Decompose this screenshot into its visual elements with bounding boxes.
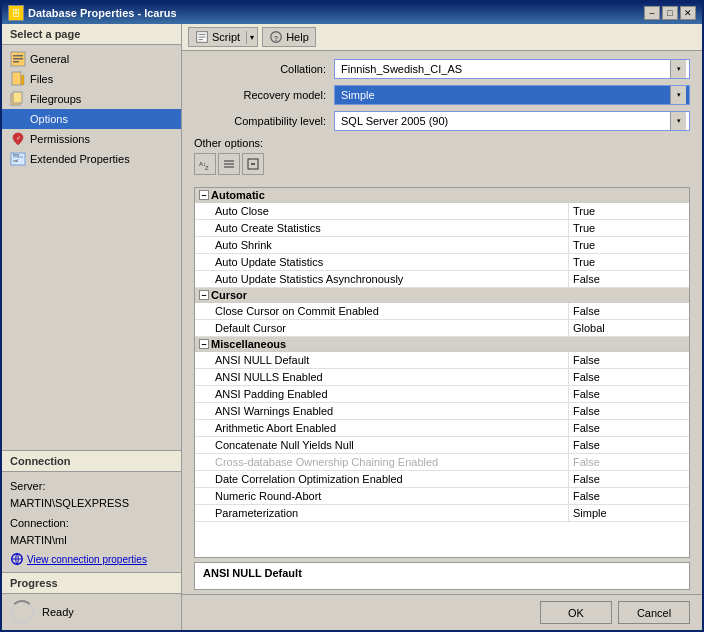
property-row[interactable]: ANSI Padding Enabled False bbox=[195, 386, 689, 403]
property-row[interactable]: Parameterization Simple bbox=[195, 505, 689, 522]
property-row[interactable]: Close Cursor on Commit Enabled False bbox=[195, 303, 689, 320]
bottom-bar: OK Cancel bbox=[182, 594, 702, 630]
collapse-group-btn[interactable]: – bbox=[199, 290, 209, 300]
sidebar-item-filegroups[interactable]: Filegroups bbox=[2, 89, 181, 109]
collation-value: Finnish_Swedish_CI_AS bbox=[338, 63, 670, 75]
connection-text: Server: MARTIN\SQLEXPRESS Connection: MA… bbox=[10, 478, 173, 548]
ok-button[interactable]: OK bbox=[540, 601, 612, 624]
svg-rect-4 bbox=[12, 72, 21, 85]
sort-alpha-btn[interactable]: A↕ Z bbox=[194, 153, 216, 175]
script-dropdown[interactable]: Script ▾ bbox=[188, 27, 258, 47]
collapse-group-btn[interactable]: – bbox=[199, 190, 209, 200]
script-label: Script bbox=[212, 31, 240, 43]
property-row[interactable]: Date Correlation Optimization Enabled Fa… bbox=[195, 471, 689, 488]
property-name: ANSI NULL Default bbox=[195, 352, 569, 368]
property-name: ANSI NULLS Enabled bbox=[195, 369, 569, 385]
connection-value: MARTIN\ml bbox=[10, 534, 67, 546]
connection-label: Connection: bbox=[10, 517, 69, 529]
sidebar-item-general[interactable]: General bbox=[2, 49, 181, 69]
property-row[interactable]: Auto Update Statistics Asynchronously Fa… bbox=[195, 271, 689, 288]
property-name: Date Correlation Optimization Enabled bbox=[195, 471, 569, 487]
property-name: Close Cursor on Commit Enabled bbox=[195, 303, 569, 319]
collation-row: Collation: Finnish_Swedish_CI_AS ▾ bbox=[194, 59, 690, 79]
property-row[interactable]: ANSI Warnings Enabled False bbox=[195, 403, 689, 420]
script-dropdown-main: Script bbox=[189, 28, 246, 46]
property-name: Auto Update Statistics bbox=[195, 254, 569, 270]
sidebar-item-files[interactable]: Files bbox=[2, 69, 181, 89]
recovery-select[interactable]: Simple ▾ bbox=[334, 85, 690, 105]
sidebar-item-options-label: Options bbox=[30, 113, 68, 125]
property-name: Auto Update Statistics Asynchronously bbox=[195, 271, 569, 287]
script-icon bbox=[195, 30, 209, 44]
property-name: Default Cursor bbox=[195, 320, 569, 336]
properties-table-container[interactable]: – Automatic Auto Close True Auto Create … bbox=[194, 187, 690, 558]
files-icon bbox=[10, 71, 26, 87]
progress-status: Ready bbox=[42, 606, 74, 618]
compat-select[interactable]: SQL Server 2005 (90) ▾ bbox=[334, 111, 690, 131]
nav-items: General Files Filegroups bbox=[2, 45, 181, 450]
sort-custom-btn[interactable] bbox=[218, 153, 240, 175]
property-group-header: – Automatic bbox=[195, 188, 689, 203]
progress-header: Progress bbox=[2, 573, 181, 594]
window-icon: 🗄 bbox=[8, 5, 24, 21]
right-panel: Script ▾ ? Help Collation: Finn bbox=[182, 24, 702, 630]
sidebar-item-extended-properties[interactable]: key val Extended Properties bbox=[2, 149, 181, 169]
minimize-button[interactable]: – bbox=[644, 6, 660, 20]
server-value: MARTIN\SQLEXPRESS bbox=[10, 497, 129, 509]
toolbar: Script ▾ ? Help bbox=[182, 24, 702, 51]
property-row[interactable]: Auto Update Statistics True bbox=[195, 254, 689, 271]
property-row[interactable]: Auto Shrink True bbox=[195, 237, 689, 254]
form-area: Collation: Finnish_Swedish_CI_AS ▾ Recov… bbox=[182, 51, 702, 187]
property-value: True bbox=[569, 220, 689, 236]
svg-rect-8 bbox=[13, 92, 22, 103]
collapse-all-btn[interactable] bbox=[242, 153, 264, 175]
property-name: Auto Close bbox=[195, 203, 569, 219]
property-row[interactable]: Concatenate Null Yields Null False bbox=[195, 437, 689, 454]
property-row[interactable]: ANSI NULLS Enabled False bbox=[195, 369, 689, 386]
property-group-header: – Cursor bbox=[195, 288, 689, 303]
view-connection-link[interactable]: View connection properties bbox=[10, 552, 173, 566]
compat-arrow[interactable]: ▾ bbox=[670, 112, 686, 130]
sidebar-item-permissions[interactable]: ✓ Permissions bbox=[2, 129, 181, 149]
property-value: False bbox=[569, 437, 689, 453]
property-row[interactable]: Auto Close True bbox=[195, 203, 689, 220]
property-value: False bbox=[569, 271, 689, 287]
close-button[interactable]: ✕ bbox=[680, 6, 696, 20]
property-name: Cross-database Ownership Chaining Enable… bbox=[195, 454, 569, 470]
collation-select[interactable]: Finnish_Swedish_CI_AS ▾ bbox=[334, 59, 690, 79]
property-row[interactable]: Default Cursor Global bbox=[195, 320, 689, 337]
properties-table: – Automatic Auto Close True Auto Create … bbox=[195, 188, 689, 522]
maximize-button[interactable]: □ bbox=[662, 6, 678, 20]
property-row[interactable]: Cross-database Ownership Chaining Enable… bbox=[195, 454, 689, 471]
sidebar-item-extended-properties-label: Extended Properties bbox=[30, 153, 130, 165]
script-dropdown-arrow[interactable]: ▾ bbox=[246, 31, 257, 44]
cancel-button[interactable]: Cancel bbox=[618, 601, 690, 624]
sort-alpha-icon: A↕ Z bbox=[198, 157, 212, 171]
collapse-group-btn[interactable]: – bbox=[199, 339, 209, 349]
property-row[interactable]: Arithmetic Abort Enabled False bbox=[195, 420, 689, 437]
help-button[interactable]: ? Help bbox=[262, 27, 316, 47]
property-name: Numeric Round-Abort bbox=[195, 488, 569, 504]
recovery-arrow[interactable]: ▾ bbox=[670, 86, 686, 104]
window-title: Database Properties - Icarus bbox=[28, 7, 177, 19]
property-value: False bbox=[569, 454, 689, 470]
property-value: False bbox=[569, 303, 689, 319]
svg-rect-1 bbox=[13, 55, 23, 57]
property-value: True bbox=[569, 254, 689, 270]
property-value: False bbox=[569, 420, 689, 436]
options-toolbar: A↕ Z bbox=[194, 153, 690, 175]
sidebar-item-options[interactable]: Options bbox=[2, 109, 181, 129]
sidebar-item-files-label: Files bbox=[30, 73, 53, 85]
property-row[interactable]: Auto Create Statistics True bbox=[195, 220, 689, 237]
server-label: Server: bbox=[10, 480, 45, 492]
property-value: True bbox=[569, 237, 689, 253]
property-row[interactable]: ANSI NULL Default False bbox=[195, 352, 689, 369]
collapse-icon bbox=[246, 157, 260, 171]
property-row[interactable]: Numeric Round-Abort False bbox=[195, 488, 689, 505]
property-name: Arithmetic Abort Enabled bbox=[195, 420, 569, 436]
help-icon: ? bbox=[269, 30, 283, 44]
property-value: False bbox=[569, 471, 689, 487]
collation-arrow[interactable]: ▾ bbox=[670, 60, 686, 78]
connection-link-text[interactable]: View connection properties bbox=[27, 554, 147, 565]
other-options-label: Other options: bbox=[194, 137, 690, 149]
